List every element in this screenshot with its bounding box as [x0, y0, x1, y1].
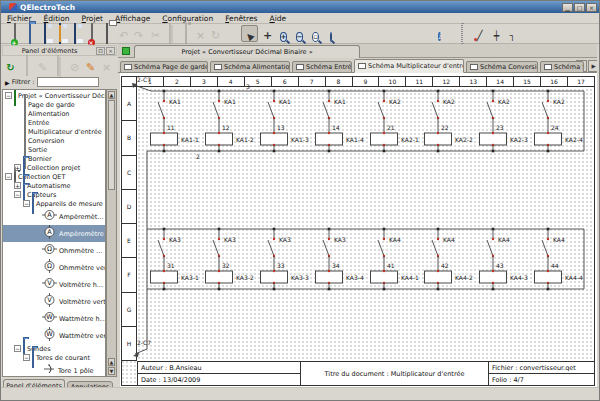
tree-item-entr-e[interactable]: Entrée	[3, 118, 106, 127]
schema-tab-3[interactable]: Schéma Entrée	[292, 61, 352, 73]
new-document-icon: +	[14, 24, 16, 43]
panel-new-element-button[interactable]	[51, 58, 66, 73]
collapse-icon[interactable]: −	[23, 200, 30, 207]
tree-item-wattm-tre-ver[interactable]: WWattmètre ver…	[3, 327, 106, 344]
menu-aide[interactable]: Aide	[263, 14, 292, 23]
float-panel-button[interactable]: ⊡	[96, 47, 105, 55]
schema-tab-1[interactable]: Schéma Page de garde	[120, 61, 208, 73]
panel-reload-button[interactable]: ↻	[3, 58, 18, 73]
close-button[interactable]: ×	[586, 3, 597, 12]
tree-item-sortie[interactable]: Sortie	[3, 145, 106, 154]
paste-icon	[185, 24, 187, 43]
delete-icon: ⊘	[70, 56, 79, 75]
tree-item-sondes[interactable]: −Sondes	[3, 344, 106, 353]
wire-label: KA1	[224, 98, 236, 105]
panel-edit-element-button[interactable]: ✎	[83, 58, 98, 73]
title-bar[interactable]: QElectroTech ▁ □ ×	[1, 1, 599, 13]
collapse-icon[interactable]: −	[5, 173, 12, 180]
diagram-view[interactable]: 1234567891011121314151617 ABCDEFGH KA111…	[120, 73, 597, 387]
scroll-up2-icon[interactable]: ▲	[108, 358, 115, 366]
wire-label: 2	[196, 153, 200, 160]
tree-item-tore-1-p-le[interactable]: Tore 1 pôle	[3, 362, 106, 377]
project-tab[interactable]: Projet « Convertisseur Décimal Binaire »	[134, 45, 360, 58]
filter-input[interactable]	[37, 77, 99, 87]
tree-item-automatisme[interactable]: +Automatisme	[3, 181, 106, 190]
zoom-in-button[interactable]: +	[275, 25, 292, 42]
tree-item-capteurs[interactable]: −Capteurs	[3, 190, 106, 199]
tree-item-conversion[interactable]: Conversion	[3, 136, 106, 145]
terminal-tool-button[interactable]: ╱	[471, 25, 488, 42]
tree-item-alimentation[interactable]: Alimentation	[3, 109, 106, 118]
wire-label: KA4-3	[510, 274, 528, 281]
tree-item-label: Entrée	[28, 119, 49, 127]
svg-text:Ω: Ω	[47, 245, 52, 253]
menu-fentres[interactable]: Fenêtres	[219, 14, 263, 23]
scroll-up-icon[interactable]: ▲	[108, 91, 115, 99]
panel-header[interactable]: Panel d'éléments ⊡ ×	[2, 45, 117, 56]
open-folder-icon	[29, 24, 31, 43]
menu-dition[interactable]: Édition	[38, 14, 76, 23]
panel-edit-category-button[interactable]: ✎	[35, 58, 50, 73]
tree-item-projet-convertisseur-d-ci[interactable]: −Projet « Convertisseur Déci…	[3, 91, 106, 100]
collapse-icon[interactable]: −	[14, 191, 21, 198]
collapse-icon[interactable]: −	[5, 92, 12, 99]
zoom-out-button[interactable]: −	[291, 25, 308, 42]
wire-label: KA1-2	[236, 136, 254, 143]
wire-label: KA3	[279, 236, 291, 243]
undo-icon: ↶	[119, 24, 128, 43]
tree-item-wattm-tre-h[interactable]: WWattmètre h…	[3, 310, 106, 327]
schema-tab-4[interactable]: Schéma Multiplicateur d'entrée	[354, 59, 464, 73]
wire-label: KA1-4	[346, 136, 364, 143]
rotate-button[interactable]: ↻	[207, 25, 224, 42]
tree-item-collection-qet[interactable]: −Collection QET	[3, 172, 106, 181]
collapse-icon[interactable]: −	[23, 354, 30, 361]
expand-icon[interactable]: +	[14, 182, 21, 189]
maximize-button[interactable]: □	[574, 3, 585, 12]
tree-item-label: Ohmmètre vert…	[59, 264, 106, 272]
tree-scrollbar[interactable]: ▲ ▲ ▼	[106, 89, 117, 377]
panel-new-category-button[interactable]	[19, 58, 34, 73]
tree-item-page-de-garde[interactable]: Page de garde	[3, 100, 106, 109]
tree-item-multiplicateur-d-entr-e[interactable]: Multiplicateur d'entrée	[3, 127, 106, 136]
save-as-icon	[59, 24, 61, 43]
tree-item-amp-rem-tre-v[interactable]: AAmpèremètre v…	[3, 225, 106, 242]
info-button[interactable]: i	[431, 25, 448, 42]
select-pointer-button[interactable]: ▶	[241, 25, 258, 42]
wire-label: KA1	[279, 98, 291, 105]
menu-projet[interactable]: Projet	[76, 14, 110, 23]
tree-item-ohmm-tre-vert[interactable]: ΩOhmmètre vert…	[3, 259, 106, 276]
minimize-button[interactable]: ▁	[562, 3, 573, 12]
status-bar	[1, 387, 600, 401]
zoom-original-button[interactable]	[322, 25, 339, 42]
wire-label: KA3	[224, 236, 236, 243]
wire-label: KA2	[443, 98, 455, 105]
titleblock-date: Date : 13/04/2009	[137, 373, 301, 386]
tree-item-voltm-tre-h[interactable]: VVoltmètre h…	[3, 276, 106, 293]
redo-button[interactable]: ↷	[130, 25, 147, 42]
tree-item-voltm-tre-vertical[interactable]: VVoltmètre vertical	[3, 293, 106, 310]
scrollbar-thumb[interactable]	[108, 100, 115, 190]
conductor-tool-button[interactable]: ┿	[488, 25, 505, 42]
corner-tool-button[interactable]: ┐	[504, 25, 521, 42]
save-all-button[interactable]	[66, 25, 83, 42]
collapse-icon[interactable]: −	[14, 345, 21, 352]
panel-delete-button[interactable]: ⊘	[67, 58, 82, 73]
schema-tab-5[interactable]: Schéma Conversion	[466, 61, 538, 73]
wire-label: 11	[167, 124, 175, 131]
panel-close-button[interactable]: ×	[99, 58, 114, 73]
tree-item-ohmm-tre[interactable]: ΩOhmmètre …	[3, 242, 106, 259]
grid-button[interactable]	[453, 25, 470, 42]
close-panel-button[interactable]: ×	[106, 47, 115, 55]
print-button[interactable]	[98, 25, 115, 42]
schema-tab-6[interactable]: Schéma Sor	[540, 61, 584, 73]
scroll-down-icon[interactable]: ▼	[108, 367, 115, 375]
tree-item-bornier[interactable]: Bornier	[3, 154, 106, 163]
tree-item-label: Page de garde	[28, 101, 75, 109]
pan-button[interactable]: +	[259, 25, 276, 42]
tree-item-amp-rem-t[interactable]: AAmpèremèt…	[3, 208, 106, 225]
schema-tab-2[interactable]: Schéma Alimentation	[210, 61, 290, 73]
schema-page-icon	[544, 64, 552, 70]
wire-label: KA2	[498, 98, 510, 105]
svg-text:A: A	[47, 211, 52, 219]
wire-label: 13	[277, 124, 285, 131]
